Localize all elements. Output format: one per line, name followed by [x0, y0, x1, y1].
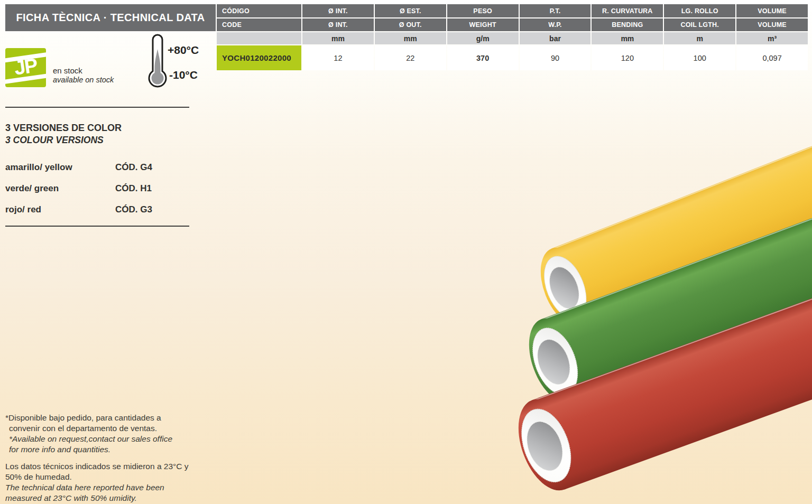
divider-line: [5, 107, 189, 108]
table-header-es: LG. ROLLO: [664, 4, 735, 17]
thermometer-icon: [146, 32, 169, 90]
jp-logo-inner: JP: [5, 48, 46, 87]
table-header-en: WEIGHT: [447, 18, 519, 31]
table-unit-cell: mm: [592, 32, 663, 44]
technical-data-sheet: FICHA TÈCNICA · TECHNICAL DATA CÓDIGO Ø …: [0, 0, 812, 504]
table-header-en: W.P.: [520, 18, 591, 31]
colour-versions-title-en: 3 COLOUR VERSIONS: [5, 134, 122, 146]
table-header-en: CODE: [217, 18, 301, 31]
table-value-cell: 370: [447, 45, 519, 70]
table-header-es: R. CURVATURA: [592, 4, 663, 17]
table-header-en: COIL LGTH.: [664, 18, 735, 31]
table-unit-cell: m: [664, 32, 735, 44]
page-title-text: FICHA TÈCNICA · TECHNICAL DATA: [16, 12, 205, 24]
colour-code: CÓD. H1: [115, 183, 152, 194]
colour-label: verde/ green: [5, 183, 59, 194]
table-header-en: Ø INT.: [302, 18, 374, 31]
colour-label: rojo/ red: [5, 204, 41, 215]
table-header-es: P.T.: [520, 4, 591, 17]
table-header-en: BENDING: [592, 18, 663, 31]
table-unit-cell: mm: [302, 32, 374, 44]
footnotes: *Disponible bajo pedido, para cantidades…: [5, 413, 189, 503]
colour-code: CÓD. G4: [115, 162, 152, 173]
table-header-es: CÓDIGO: [217, 4, 301, 17]
table-unit-cell: [217, 32, 301, 44]
product-code-cell: YOCH0120022000: [217, 45, 301, 70]
table-header-es: Ø EST.: [375, 4, 446, 17]
footnote-line: for more info and quantities.: [5, 444, 189, 455]
stock-text-es: en stock: [53, 66, 114, 76]
table-unit-cell: g/m: [447, 32, 519, 44]
colour-version-row: amarillo/ yellow CÓD. G4: [5, 162, 180, 174]
stock-status: en stock available on stock: [53, 66, 114, 85]
page-title: FICHA TÈCNICA · TECHNICAL DATA: [5, 4, 216, 31]
footnote-line: Los datos técnicos indicados se midieron…: [5, 461, 189, 472]
divider-line: [5, 226, 189, 227]
table-unit-cell: mm: [375, 32, 446, 44]
table-header-es: Ø INT.: [302, 4, 374, 17]
table-header-en: VOLUME: [736, 18, 808, 31]
technical-data-table: CÓDIGO Ø INT. Ø EST. PESO P.T. R. CURVAT…: [217, 4, 808, 70]
footnote-line: *Disponible bajo pedido, para cantidades…: [5, 413, 189, 423]
colour-code: CÓD. G3: [115, 204, 152, 215]
footnote-line: *Available on request,contact our sales …: [5, 434, 189, 444]
temperature-min: -10°C: [169, 69, 198, 81]
table-header-es: VOLUME: [736, 4, 808, 17]
jp-logo: JP: [5, 48, 46, 87]
colour-version-row: verde/ green CÓD. H1: [5, 183, 180, 195]
table-unit-cell: m³: [736, 32, 808, 44]
footnote-line: The technical data here reported have be…: [5, 482, 189, 493]
colour-label: amarillo/ yellow: [5, 162, 72, 173]
footnote-line: measured at 23°C with 50% umidity.: [5, 493, 189, 503]
table-value-cell: 0,097: [736, 45, 808, 70]
table-header-es: PESO: [447, 4, 519, 17]
table-value-cell: 90: [520, 45, 591, 70]
footnote-line: convenir con el departamento de ventas.: [5, 423, 189, 434]
table-value-cell: 12: [302, 45, 374, 70]
table-value-cell: 22: [375, 45, 446, 70]
stock-text-en: available on stock: [53, 76, 114, 85]
footnote-line: 50% de humedad.: [5, 472, 189, 482]
table-value-cell: 120: [592, 45, 663, 70]
temperature-max: +80°C: [168, 44, 199, 57]
table-value-cell: 100: [664, 45, 735, 70]
table-header-en: Ø OUT.: [375, 18, 446, 31]
colour-versions-title: 3 VERSIONES DE COLOR 3 COLOUR VERSIONS: [5, 122, 122, 146]
table-unit-cell: bar: [520, 32, 591, 44]
colour-versions-title-es: 3 VERSIONES DE COLOR: [5, 122, 122, 134]
colour-version-row: rojo/ red CÓD. G3: [5, 204, 180, 216]
